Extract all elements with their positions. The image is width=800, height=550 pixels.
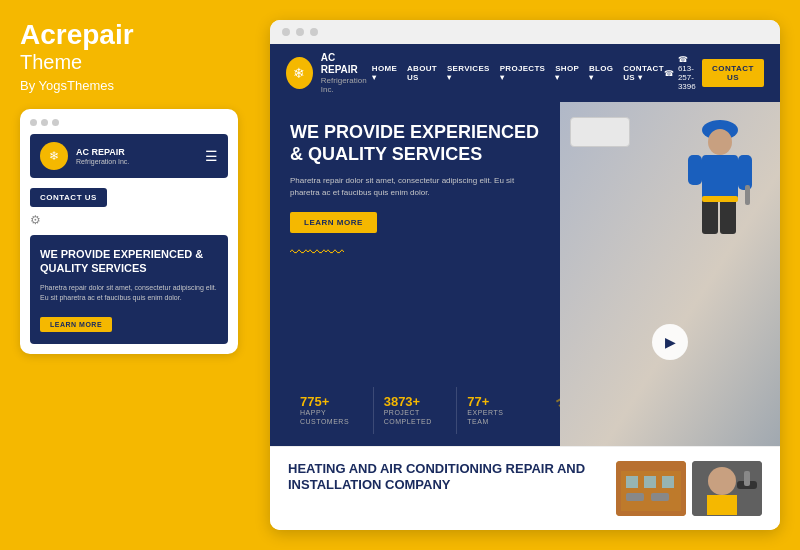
svg-rect-21: [744, 471, 750, 486]
stat-label-projects: PROJECTCOMPLETED: [384, 408, 447, 426]
dot-3: [52, 119, 59, 126]
left-panel: Acrepair Theme By YogsThemes ❄ AC REPAIR…: [20, 20, 250, 530]
svg-rect-15: [626, 493, 644, 501]
nav-shop[interactable]: SHOP ▾: [555, 64, 579, 82]
hero-image-bg: ▶: [560, 102, 780, 446]
hero-stat-experts: 77+ EXPERTSTEAM: [457, 387, 540, 434]
site-hero: WE PROVIDE EXPERIENCED & QUALITY SERVICE…: [270, 102, 780, 446]
hero-stats: 775+ HAPPYCUSTOMERS 3873+ PROJECTCOMPLET…: [290, 387, 540, 434]
theme-subtitle: Theme: [20, 51, 250, 74]
hero-title: WE PROVIDE EXPERIENCED & QUALITY SERVICE…: [290, 122, 540, 165]
nav-projects[interactable]: PROJECTS ▾: [500, 64, 546, 82]
browser-dot-1: [282, 28, 290, 36]
browser-bar: [270, 20, 780, 44]
svg-rect-5: [738, 155, 752, 190]
browser-dot-2: [296, 28, 304, 36]
bottom-text: HEATING AND AIR CONDITIONING REPAIR AND …: [288, 461, 600, 492]
hero-stat-projects: 3873+ PROJECTCOMPLETED: [374, 387, 458, 434]
mobile-nav: ❄ AC REPAIR Refrigeration Inc. ☰: [30, 134, 228, 178]
mobile-hero-text: Pharetra repair dolor sit amet, consecte…: [40, 283, 218, 303]
svg-rect-6: [745, 185, 750, 205]
theme-name-block: Acrepair Theme By YogsThemes: [20, 20, 250, 93]
outer-container: Acrepair Theme By YogsThemes ❄ AC REPAIR…: [0, 0, 800, 550]
theme-title: Acrepair: [20, 20, 250, 51]
hero-wave-decoration: 〰〰〰: [290, 243, 540, 264]
mobile-hero: WE PROVIDE EXPERIENCED & QUALITY SERVICE…: [30, 235, 228, 344]
site-logo-icon: ❄: [286, 57, 313, 89]
browser-dot-3: [310, 28, 318, 36]
ac-unit: [570, 117, 630, 147]
nav-about[interactable]: ABOUT US: [407, 64, 437, 82]
site-phone: ☎ ☎ 613-257-3396: [664, 55, 702, 91]
mobile-logo-area: ❄ AC REPAIR Refrigeration Inc.: [40, 142, 129, 170]
stat-num-customers: 775+: [300, 395, 363, 408]
stat-label-customers: HAPPYCUSTOMERS: [300, 408, 363, 426]
stat-num-experts: 77+: [467, 395, 530, 408]
site-nav: HOME ▾ ABOUT US SERVICES ▾ PROJECTS ▾ SH…: [372, 64, 664, 82]
worker-figure: [680, 112, 760, 242]
svg-rect-8: [720, 198, 736, 234]
hero-right-image: ▶: [560, 102, 780, 446]
phone-icon: ☎: [664, 69, 674, 78]
hero-desc: Pharetra repair dolor sit amet, consecte…: [290, 175, 540, 199]
mobile-hamburger-icon[interactable]: ☰: [205, 148, 218, 164]
site-contact-button[interactable]: CONTACT US: [702, 59, 764, 87]
mobile-hero-title: WE PROVIDE EXPERIENCED & QUALITY SERVICE…: [40, 247, 218, 276]
mobile-preview: ❄ AC REPAIR Refrigeration Inc. ☰ CONTACT…: [20, 109, 238, 354]
mobile-browser-dots: [30, 119, 228, 126]
bottom-title: HEATING AND AIR CONDITIONING REPAIR AND …: [288, 461, 600, 492]
site-logo-area: ❄ AC REPAIR Refrigeration Inc.: [286, 52, 372, 94]
svg-rect-19: [707, 495, 737, 515]
desktop-preview: ❄ AC REPAIR Refrigeration Inc. HOME ▾ AB…: [270, 20, 780, 530]
dot-1: [30, 119, 37, 126]
mobile-logo-sub: Refrigeration Inc.: [76, 158, 129, 165]
stat-label-experts: EXPERTSTEAM: [467, 408, 530, 426]
svg-rect-9: [702, 196, 738, 202]
bottom-image-1: [616, 461, 686, 516]
mobile-contact-button[interactable]: CONTACT US: [30, 188, 107, 207]
hero-left: WE PROVIDE EXPERIENCED & QUALITY SERVICE…: [270, 102, 560, 446]
mobile-gear-icon: ⚙: [30, 213, 228, 227]
phone-number: ☎ 613-257-3396: [678, 55, 702, 91]
bottom-images: [616, 461, 762, 516]
svg-rect-4: [688, 155, 702, 185]
mobile-learn-button[interactable]: LEARN MORE: [40, 317, 112, 332]
site-logo-sub: Refrigeration Inc.: [321, 76, 372, 94]
site-bottom: HEATING AND AIR CONDITIONING REPAIR AND …: [270, 446, 780, 530]
svg-rect-13: [644, 476, 656, 488]
mobile-logo-icon: ❄: [40, 142, 68, 170]
svg-rect-7: [702, 198, 718, 234]
mobile-logo-text: AC REPAIR: [76, 147, 129, 158]
nav-blog[interactable]: BLOG ▾: [589, 64, 613, 82]
right-panel: ❄ AC REPAIR Refrigeration Inc. HOME ▾ AB…: [270, 20, 780, 530]
bottom-image-2: [692, 461, 762, 516]
dot-2: [41, 119, 48, 126]
site-logo-text-block: AC REPAIR Refrigeration Inc.: [321, 52, 372, 94]
theme-author: By YogsThemes: [20, 78, 250, 93]
svg-rect-3: [702, 155, 738, 200]
svg-point-2: [708, 129, 732, 155]
hero-stat-customers: 775+ HAPPYCUSTOMERS: [290, 387, 374, 434]
nav-contact[interactable]: CONTACT US ▾: [623, 64, 664, 82]
site-logo-text: AC REPAIR: [321, 52, 372, 76]
svg-rect-12: [626, 476, 638, 488]
svg-rect-14: [662, 476, 674, 488]
svg-rect-16: [651, 493, 669, 501]
svg-point-18: [708, 467, 736, 495]
play-button[interactable]: ▶: [652, 324, 688, 360]
stat-num-projects: 3873+: [384, 395, 447, 408]
mobile-logo-text-block: AC REPAIR Refrigeration Inc.: [76, 147, 129, 165]
nav-home[interactable]: HOME ▾: [372, 64, 397, 82]
hero-learn-button[interactable]: LEARN MORE: [290, 212, 377, 233]
site-header: ❄ AC REPAIR Refrigeration Inc. HOME ▾ AB…: [270, 44, 780, 102]
nav-services[interactable]: SERVICES ▾: [447, 64, 490, 82]
